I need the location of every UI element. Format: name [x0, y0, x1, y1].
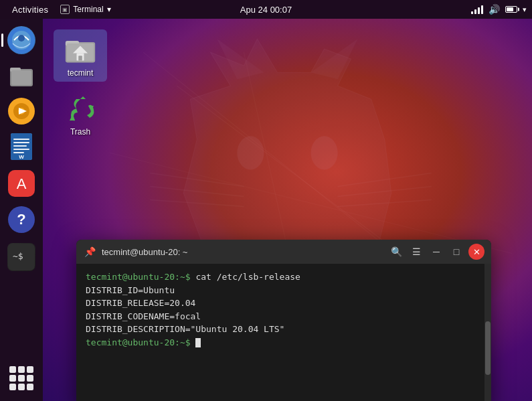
terminal-dropdown-icon: ▾: [107, 5, 111, 14]
writer-icon: W: [9, 133, 33, 164]
trash-label: Trash: [70, 127, 90, 137]
terminal-output-3: DISTRIB_CODENAME=focal: [86, 310, 482, 323]
svg-rect-12: [13, 139, 29, 140]
apps-dot: [9, 366, 16, 373]
terminal-cursor: [195, 338, 201, 347]
terminal-titlebar-icon: ▣: [60, 5, 70, 14]
network-bar-1: [471, 11, 473, 14]
apps-dot: [27, 366, 33, 373]
appcenter-icon: A: [7, 169, 35, 200]
dock-item-rhythmbox[interactable]: [5, 96, 37, 129]
terminal-output-1: DISTRIB_ID=Ubuntu: [86, 284, 482, 297]
apps-dot: [9, 375, 16, 382]
terminal-maximize-button[interactable]: □: [448, 244, 464, 260]
svg-text:~$: ~$: [13, 251, 23, 261]
terminal-menu-button[interactable]: ▣ Terminal ▾: [55, 0, 116, 19]
battery-fill: [507, 7, 513, 11]
terminal-output-4: DISTRIB_DESCRIPTION="Ubuntu 20.04 LTS": [86, 323, 482, 336]
network-bar-4: [481, 5, 483, 14]
apps-dot: [9, 384, 16, 390]
dock-item-apps[interactable]: [5, 362, 37, 394]
apps-dot: [18, 366, 25, 373]
terminal-search-button[interactable]: 🔍: [388, 244, 404, 260]
topbar: Activities ▣ Terminal ▾ Apu 24 00:07 🔊 ▾: [0, 0, 532, 19]
network-bar-3: [478, 7, 480, 14]
apps-grid: [9, 366, 33, 390]
system-menu-icon[interactable]: ▾: [523, 5, 527, 14]
desktop-icons-container: tecmint: [43, 19, 118, 158]
terminal-output-2: DISTRIB_RELEASE=20.04: [86, 297, 482, 310]
network-icon[interactable]: [471, 5, 483, 14]
terminal-command-1: cat /etc/lsb-release: [195, 272, 300, 282]
terminal-line-1: tecmint@ubuntu-20:~$ cat /etc/lsb-releas…: [86, 270, 482, 284]
scrollbar-thumb[interactable]: [485, 321, 491, 375]
dock-item-thunderbird[interactable]: [5, 24, 37, 56]
svg-rect-16: [13, 152, 24, 153]
terminal-line-prompt: tecmint@ubuntu-20:~$: [86, 336, 482, 349]
thunderbird-icon: [7, 26, 35, 54]
terminal-titlebar[interactable]: 📌 tecmint@ubuntu-20: ~ 🔍 ☰ ─ □ ✕: [76, 240, 491, 264]
apps-dot: [18, 384, 25, 390]
dock-item-appcenter[interactable]: A: [5, 169, 37, 201]
svg-rect-15: [13, 149, 29, 150]
dock-item-help[interactable]: ?: [5, 205, 37, 237]
terminal-prompt-2: tecmint@ubuntu-20:~$: [86, 337, 191, 347]
trash-icon: [64, 92, 96, 125]
home-folder-icon: [64, 33, 96, 66]
show-applications-icon: [7, 364, 35, 392]
apps-dot: [27, 384, 33, 390]
activities-button[interactable]: Activities: [5, 0, 55, 19]
desktop-icon-trash[interactable]: Trash: [54, 88, 107, 141]
svg-point-29: [311, 136, 338, 169]
terminal-minimize-button[interactable]: ─: [428, 244, 444, 260]
terminal-prompt-1: tecmint@ubuntu-20:~$: [86, 272, 191, 282]
tecmint-home-label: tecmint: [68, 68, 94, 78]
terminal-title-text: tecmint@ubuntu-20: ~: [102, 247, 187, 257]
terminal-title-area: 📌 tecmint@ubuntu-20: ~: [83, 245, 187, 258]
svg-point-2: [18, 35, 25, 42]
svg-text:A: A: [17, 175, 27, 192]
battery-icon[interactable]: [505, 6, 517, 13]
terminal-controls: 🔍 ☰ ─ □ ✕: [388, 244, 484, 260]
svg-point-28: [237, 136, 264, 169]
svg-text:W: W: [19, 154, 24, 160]
dock: W A ? ~$: [0, 19, 43, 401]
files-icon: [7, 61, 35, 92]
rhythmbox-icon: [7, 97, 35, 128]
topbar-right: 🔊 ▾: [471, 4, 527, 15]
dock-item-terminal[interactable]: ~$: [5, 241, 37, 273]
apps-dot: [27, 375, 33, 382]
help-icon: ?: [7, 206, 35, 236]
svg-rect-14: [13, 145, 27, 147]
terminal-scrollbar[interactable]: [484, 264, 491, 401]
svg-rect-5: [11, 70, 31, 85]
terminal-menu-label: Terminal: [73, 5, 103, 14]
terminal-body: tecmint@ubuntu-20:~$ cat /etc/lsb-releas…: [76, 264, 491, 401]
volume-icon[interactable]: 🔊: [489, 4, 500, 15]
terminal-menu-button[interactable]: ☰: [408, 244, 424, 260]
topbar-left: Activities ▣ Terminal ▾: [5, 0, 116, 19]
topbar-datetime[interactable]: Apu 24 00:07: [240, 5, 292, 15]
svg-rect-13: [13, 142, 29, 143]
terminal-pin-icon: 📌: [83, 245, 96, 258]
desktop-icon-tecmint-home[interactable]: tecmint: [54, 29, 107, 82]
network-bar-2: [474, 9, 476, 14]
terminal-window: 📌 tecmint@ubuntu-20: ~ 🔍 ☰ ─ □ ✕ tecmint…: [76, 240, 491, 401]
svg-text:?: ?: [17, 211, 25, 228]
svg-rect-43: [78, 56, 82, 60]
dock-item-files[interactable]: [5, 60, 37, 92]
desktop: tecmint: [43, 19, 532, 401]
apps-dot: [18, 375, 25, 382]
terminal-close-button[interactable]: ✕: [468, 244, 484, 260]
terminal-dock-icon: ~$: [7, 243, 35, 271]
dock-item-writer[interactable]: W: [5, 133, 37, 165]
